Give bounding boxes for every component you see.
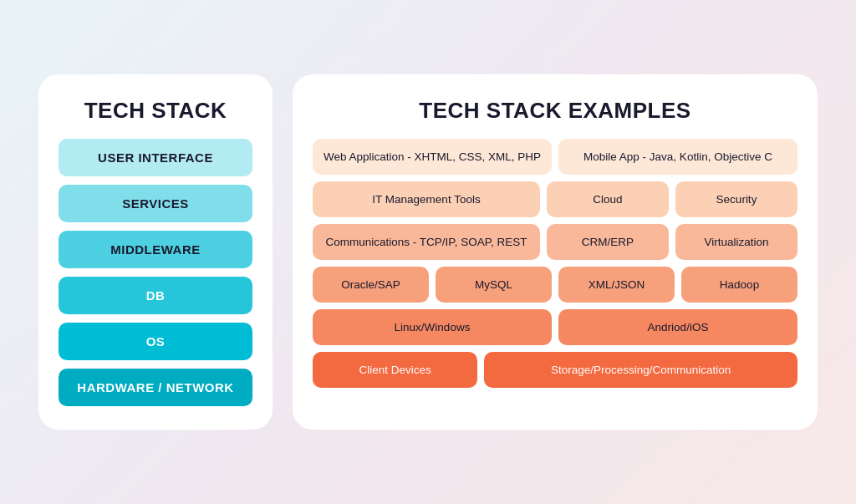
grid-cell-2-2: Virtualization xyxy=(675,224,797,260)
examples-grid: Web Application - XHTML, CSS, XML, PHPMo… xyxy=(313,139,797,388)
grid-cell-3-3: Hadoop xyxy=(681,267,797,303)
grid-cell-4-0: Linux/Windows xyxy=(313,309,552,345)
grid-cell-2-0: Communications - TCP/IP, SOAP, REST xyxy=(313,224,540,260)
grid-cell-1-0: IT Management Tools xyxy=(313,181,540,217)
grid-cell-1-2: Security xyxy=(675,181,797,217)
grid-cell-5-0: Client Devices xyxy=(313,352,477,388)
left-panel: TECH STACK USER INTERFACESERVICESMIDDLEW… xyxy=(38,74,273,430)
grid-row-3: Oracle/SAPMySQLXML/JSONHadoop xyxy=(313,267,797,303)
stack-item-3: DB xyxy=(59,277,252,314)
grid-cell-1-1: Cloud xyxy=(547,181,669,217)
grid-row-1: IT Management ToolsCloudSecurity xyxy=(313,181,797,217)
left-panel-title: TECH STACK xyxy=(59,98,252,124)
stack-item-2: MIDDLEWARE xyxy=(59,231,252,268)
main-container: TECH STACK USER INTERFACESERVICESMIDDLEW… xyxy=(18,54,838,450)
stack-item-4: OS xyxy=(59,323,252,360)
grid-row-4: Linux/WindowsAndriod/iOS xyxy=(313,309,797,345)
grid-row-0: Web Application - XHTML, CSS, XML, PHPMo… xyxy=(313,139,797,175)
right-panel-title: TECH STACK EXAMPLES xyxy=(313,98,797,124)
grid-cell-5-1: Storage/Processing/Communication xyxy=(484,352,797,388)
grid-cell-0-1: Mobile App - Java, Kotlin, Objective C xyxy=(558,139,797,175)
stack-items-list: USER INTERFACESERVICESMIDDLEWAREDBOSHARD… xyxy=(59,139,252,406)
stack-item-1: SERVICES xyxy=(59,185,252,222)
grid-row-5: Client DevicesStorage/Processing/Communi… xyxy=(313,352,797,388)
grid-cell-4-1: Andriod/iOS xyxy=(558,309,797,345)
grid-cell-3-0: Oracle/SAP xyxy=(313,267,429,303)
grid-row-2: Communications - TCP/IP, SOAP, RESTCRM/E… xyxy=(313,224,797,260)
grid-cell-2-1: CRM/ERP xyxy=(547,224,669,260)
grid-cell-3-1: MySQL xyxy=(436,267,552,303)
stack-item-0: USER INTERFACE xyxy=(59,139,252,176)
stack-item-5: HARDWARE / NETWORK xyxy=(59,369,252,406)
grid-cell-0-0: Web Application - XHTML, CSS, XML, PHP xyxy=(313,139,552,175)
grid-cell-3-2: XML/JSON xyxy=(558,267,675,303)
right-panel: TECH STACK EXAMPLES Web Application - XH… xyxy=(293,74,818,430)
